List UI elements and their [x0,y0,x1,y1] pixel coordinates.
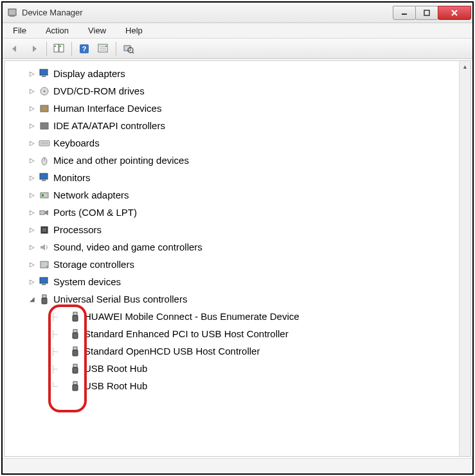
tree-child-item[interactable]: └··USB Root Hub [4,377,459,394]
toolbar-separator [46,42,47,56]
svg-rect-25 [40,123,48,129]
device-tree[interactable]: ▷Display adapters▷DVD/CD-ROM drives▷Huma… [4,61,459,456]
close-button[interactable] [438,6,471,20]
svg-rect-16 [105,46,107,47]
svg-rect-53 [73,385,78,391]
toolbar-separator [71,42,72,56]
menubar: File Action View Help [3,23,472,39]
tree-item[interactable]: ▷Keyboards [4,134,459,152]
tree-item-label: IDE ATA/ATAPI controllers [53,120,165,131]
port-icon [38,206,51,219]
properties-button[interactable] [95,41,112,57]
scan-hardware-button[interactable] [120,41,137,57]
svg-rect-26 [39,141,49,146]
svg-rect-7 [59,44,64,52]
tree-item[interactable]: ▷Network adapters [4,186,459,204]
tree-item[interactable]: ▷Mice and other pointing devices [4,152,459,169]
device-manager-window: Device Manager File Action View Help [1,1,474,475]
tree-child-item[interactable]: ├··USB Root Hub [4,360,459,377]
show-hide-console-button[interactable] [51,41,67,57]
optical-icon [38,85,51,98]
expander-icon[interactable]: ◢ [28,295,37,303]
svg-rect-47 [73,333,78,339]
svg-rect-1 [10,15,15,17]
usb-icon [69,362,82,375]
tree-item-label: Network adapters [53,190,129,200]
tree-item-label: HUAWEI Mobile Connect - Bus Enumerate De… [84,311,300,322]
svg-point-23 [44,90,46,92]
tree-item-label: Storage controllers [53,259,134,270]
tree-item-label: Standard Enhanced PCI to USB Host Contro… [84,328,289,339]
tree-item[interactable]: ▷DVD/CD-ROM drives [4,82,459,100]
forward-button[interactable] [26,41,42,57]
expander-icon[interactable]: ▷ [28,157,37,164]
tree-child-item[interactable]: ├··HUAWEI Mobile Connect - Bus Enumerate… [4,308,459,325]
expander-icon[interactable]: ▷ [28,226,37,233]
tree-child-item[interactable]: ├··Standard Enhanced PCI to USB Host Con… [4,325,459,342]
svg-rect-32 [42,180,46,181]
maximize-button[interactable] [415,6,438,20]
svg-rect-34 [42,194,44,197]
app-icon [6,7,18,19]
usb-icon [69,380,82,392]
scroll-up-arrow[interactable]: ▲ [460,61,471,73]
svg-rect-20 [40,69,48,75]
minimize-button[interactable] [393,6,416,20]
statusbar [3,458,472,473]
expander-icon[interactable]: ▷ [28,70,37,77]
help-button[interactable]: ? [76,41,93,57]
display-icon [38,67,51,80]
svg-rect-33 [40,193,48,198]
toolbar-separator [116,42,116,56]
tree-item[interactable]: ▷Monitors [4,169,459,186]
toolbar: ? [3,39,472,59]
svg-rect-41 [42,284,46,285]
tree-item-label: System devices [53,276,121,287]
tree-item-label: USB Root Hub [84,363,147,374]
tree-item[interactable]: ▷System devices [4,273,459,290]
tree-item[interactable]: ▷Sound, video and game controllers [4,238,459,256]
tree-item[interactable]: ▷IDE ATA/ATAPI controllers [4,117,459,134]
tree-item[interactable]: ▷Display adapters [4,65,459,82]
expander-icon[interactable]: ▷ [28,174,37,181]
tree-item-label: DVD/CD-ROM drives [53,85,145,96]
usb-icon [38,293,51,306]
expander-icon[interactable]: ▷ [28,261,37,268]
sound-icon [38,241,51,254]
svg-rect-8 [55,46,56,47]
tree-item-label: Processors [53,224,102,235]
tree-item[interactable]: ▷Ports (COM & LPT) [4,204,459,221]
tree-item[interactable]: ▷Storage controllers [4,256,459,273]
expander-icon[interactable]: ▷ [28,191,37,198]
tree-content-area: ▷Display adapters▷DVD/CD-ROM drives▷Huma… [4,60,471,457]
hid-icon [38,102,51,115]
tree-item[interactable]: ◢Universal Serial Bus controllers [4,290,459,308]
expander-icon[interactable]: ▷ [28,122,37,129]
menu-file[interactable]: File [6,24,33,37]
expander-icon[interactable]: ▷ [28,209,37,216]
tree-item[interactable]: ▷Human Interface Devices [4,100,459,117]
svg-rect-45 [73,315,78,321]
expander-icon[interactable]: ▷ [28,105,37,112]
tree-item[interactable]: ▷Processors [4,221,459,238]
tree-child-item[interactable]: ├··Standard OpenHCD USB Host Controller [4,342,459,360]
svg-rect-51 [73,367,78,373]
svg-rect-24 [40,105,48,112]
menu-view[interactable]: View [82,24,112,37]
expander-icon[interactable]: ▷ [28,243,37,251]
expander-icon[interactable]: ▷ [28,278,37,285]
svg-rect-46 [73,330,77,333]
window-controls [393,6,471,20]
keyboard-icon [38,137,51,150]
expander-icon[interactable]: ▷ [28,139,37,146]
ide-icon [38,119,51,132]
svg-rect-48 [73,347,77,350]
tree-item-label: Ports (COM & LPT) [53,207,137,218]
menu-action[interactable]: Action [39,24,75,37]
back-button[interactable] [6,41,23,57]
mouse-icon [38,154,51,167]
menu-help[interactable]: Help [119,24,149,37]
vertical-scrollbar[interactable]: ▲ [459,61,471,456]
titlebar: Device Manager [3,3,472,23]
expander-icon[interactable]: ▷ [28,87,37,94]
